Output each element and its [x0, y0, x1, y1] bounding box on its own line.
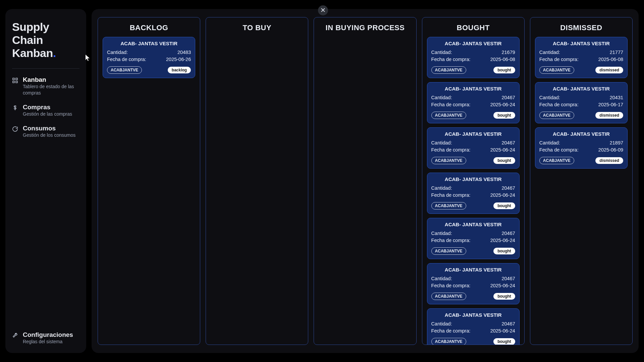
svg-rect-2: [13, 81, 14, 83]
kanban-card[interactable]: ACAB- JANTAS VESTIRCantidad:20467Fecha d…: [427, 308, 520, 345]
card-title: ACAB- JANTAS VESTIR: [539, 131, 623, 137]
card-qty-label: Cantidad:: [539, 94, 560, 101]
app-title-line2: Kanban: [12, 47, 53, 59]
card-status-pill[interactable]: bought: [493, 157, 515, 164]
card-code-chip[interactable]: ACABJANTVE: [431, 247, 466, 255]
sidebar-item-settings[interactable]: Configuraciones Reglas del sistema: [12, 331, 79, 345]
column-body[interactable]: [206, 37, 308, 345]
sidebar-item-kanban[interactable]: Kanban Tablero de estado de las compras: [12, 76, 79, 96]
sidebar-item-consumos[interactable]: Consumos Gestión de los consumos: [12, 125, 79, 138]
card-qty-label: Cantidad:: [431, 230, 452, 237]
card-code-chip[interactable]: ACABJANTVE: [431, 202, 466, 209]
sidebar-item-sub: Gestión de los consumos: [23, 132, 75, 138]
sidebar-item-label: Consumos: [23, 125, 75, 132]
card-date-label: Fecha de compra:: [431, 146, 471, 154]
card-status-pill[interactable]: bought: [493, 338, 515, 345]
card-qty-value: 21679: [501, 49, 515, 56]
card-status-pill[interactable]: dismissed: [595, 67, 623, 73]
card-title: ACAB- JANTAS VESTIR: [539, 41, 623, 46]
column-body[interactable]: ACAB- JANTAS VESTIRCantidad:21679Fecha d…: [422, 37, 524, 345]
kanban-card[interactable]: ACAB- JANTAS VESTIRCantidad:21897Fecha d…: [535, 127, 628, 169]
card-status-pill[interactable]: bought: [493, 248, 515, 254]
card-row-date: Fecha de compra:2025-06-09: [539, 146, 623, 154]
kanban-column[interactable]: BOUGHTACAB- JANTAS VESTIRCantidad:21679F…: [422, 17, 525, 345]
card-code-chip[interactable]: ACABJANTVE: [431, 66, 466, 74]
kanban-card[interactable]: ACAB- JANTAS VESTIRCantidad:20431Fecha d…: [535, 82, 628, 123]
card-date-label: Fecha de compra:: [431, 101, 471, 108]
card-footer: ACABJANTVEbought: [431, 66, 515, 74]
card-qty-value: 20467: [501, 185, 515, 192]
sidebar-divider: [12, 68, 79, 69]
card-date-value: 2025-06-08: [598, 56, 623, 63]
kanban-column[interactable]: TO BUY: [206, 17, 308, 345]
card-status-pill[interactable]: bought: [493, 67, 515, 73]
kanban-card[interactable]: ACAB- JANTAS VESTIRCantidad:20467Fecha d…: [427, 218, 520, 259]
kanban-card[interactable]: ACAB- JANTAS VESTIRCantidad:20467Fecha d…: [427, 173, 520, 214]
card-qty-value: 21777: [610, 49, 623, 56]
card-code-chip[interactable]: ACABJANTVE: [431, 338, 466, 345]
card-code-chip[interactable]: ACABJANTVE: [107, 66, 142, 74]
column-body[interactable]: [314, 37, 416, 345]
card-code-chip[interactable]: ACABJANTVE: [431, 293, 466, 300]
card-title: ACAB- JANTAS VESTIR: [431, 41, 515, 46]
card-date-label: Fecha de compra:: [539, 101, 579, 108]
card-qty-label: Cantidad:: [431, 320, 452, 327]
card-footer: ACABJANTVEdismissed: [539, 157, 623, 164]
card-status-pill[interactable]: bought: [493, 202, 515, 209]
card-status-pill[interactable]: backlog: [168, 67, 191, 73]
kanban-card[interactable]: ACAB- JANTAS VESTIRCantidad:21777Fecha d…: [535, 37, 628, 78]
card-qty-label: Cantidad:: [539, 49, 560, 56]
card-footer: ACABJANTVEdismissed: [539, 112, 623, 119]
card-code-chip[interactable]: ACABJANTVE: [539, 157, 574, 164]
kanban-card[interactable]: ACAB- JANTAS VESTIRCantidad:20467Fecha d…: [427, 263, 520, 304]
kanban-card[interactable]: ACAB- JANTAS VESTIRCantidad:20483Fecha d…: [103, 37, 195, 78]
card-code-chip[interactable]: ACABJANTVE: [539, 66, 574, 74]
column-title: BOUGHT: [422, 17, 524, 37]
card-code-chip[interactable]: ACABJANTVE: [431, 157, 466, 164]
kanban-card[interactable]: ACAB- JANTAS VESTIRCantidad:21679Fecha d…: [427, 37, 520, 78]
card-row-quantity: Cantidad:21679: [431, 49, 515, 56]
card-date-label: Fecha de compra:: [539, 56, 579, 63]
sidebar-settings-sub: Reglas del sistema: [23, 339, 73, 345]
card-row-date: Fecha de compra:2025-06-08: [539, 56, 623, 63]
card-status-pill[interactable]: bought: [493, 293, 515, 300]
card-row-quantity: Cantidad:20483: [107, 49, 191, 56]
column-body[interactable]: ACAB- JANTAS VESTIRCantidad:20483Fecha d…: [98, 37, 200, 345]
card-qty-label: Cantidad:: [431, 185, 452, 192]
card-row-quantity: Cantidad:21777: [539, 49, 623, 56]
card-date-value: 2025-06-24: [490, 146, 515, 154]
close-button[interactable]: [318, 5, 328, 15]
sidebar-item-label: Kanban: [23, 76, 79, 83]
card-qty-label: Cantidad:: [539, 139, 560, 146]
kanban-column[interactable]: IN BUYING PROCESS: [314, 17, 416, 345]
card-title: ACAB- JANTAS VESTIR: [539, 86, 623, 92]
card-status-pill[interactable]: bought: [493, 112, 515, 119]
brand-dot-icon: .: [53, 47, 56, 59]
kanban-column[interactable]: DISMISSEDACAB- JANTAS VESTIRCantidad:217…: [530, 17, 633, 345]
dollar-icon: [12, 105, 18, 111]
card-row-quantity: Cantidad:20467: [431, 94, 515, 101]
app-title-line1: Supply Chain: [12, 20, 49, 46]
card-qty-value: 20467: [501, 275, 515, 282]
card-qty-value: 20467: [501, 320, 515, 327]
card-status-pill[interactable]: dismissed: [595, 112, 623, 119]
kanban-card[interactable]: ACAB- JANTAS VESTIRCantidad:20467Fecha d…: [427, 82, 520, 123]
sidebar: Supply Chain Kanban. Kanban Tablero de e…: [5, 9, 86, 353]
card-date-value: 2025-06-24: [490, 237, 515, 244]
svg-rect-1: [16, 78, 17, 80]
card-qty-value: 20431: [610, 94, 623, 101]
kanban-column[interactable]: BACKLOGACAB- JANTAS VESTIRCantidad:20483…: [98, 17, 200, 345]
refresh-icon: [12, 126, 18, 132]
card-row-quantity: Cantidad:20467: [431, 139, 515, 146]
kanban-card[interactable]: ACAB- JANTAS VESTIRCantidad:20467Fecha d…: [427, 127, 520, 169]
card-status-pill[interactable]: dismissed: [595, 157, 623, 164]
card-row-quantity: Cantidad:21897: [539, 139, 623, 146]
card-qty-value: 20467: [501, 230, 515, 237]
card-title: ACAB- JANTAS VESTIR: [431, 131, 515, 137]
card-code-chip[interactable]: ACABJANTVE: [431, 112, 466, 119]
svg-rect-0: [13, 78, 14, 80]
card-code-chip[interactable]: ACABJANTVE: [539, 112, 574, 119]
card-row-date: Fecha de compra:2025-06-24: [431, 192, 515, 199]
column-body[interactable]: ACAB- JANTAS VESTIRCantidad:21777Fecha d…: [530, 37, 632, 345]
sidebar-item-compras[interactable]: Compras Gestión de las compras: [12, 104, 79, 117]
